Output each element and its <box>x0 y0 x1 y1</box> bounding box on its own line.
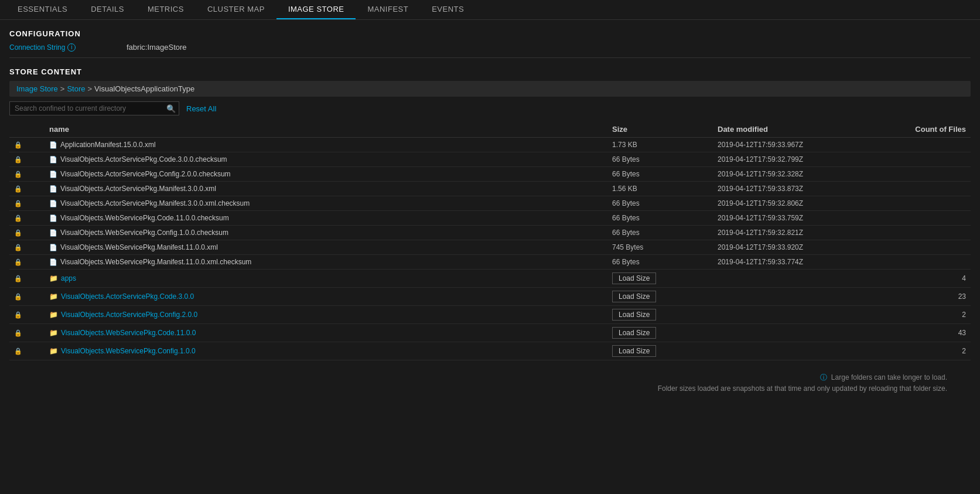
lock-icon: 🔒 <box>14 293 22 300</box>
configuration-title: CONFIGURATION <box>9 29 971 38</box>
name-cell: 📁 VisualObjects.WebServicePkg.Config.1.0… <box>45 342 607 360</box>
lock-cell: 🔒 <box>9 138 45 152</box>
name-cell: 📁 VisualObjects.WebServicePkg.Code.11.0.… <box>45 324 607 342</box>
table-row: 🔒 📄 VisualObjects.WebServicePkg.Code.11.… <box>9 211 971 226</box>
table-row: 🔒 📄 VisualObjects.WebServicePkg.Manifest… <box>9 255 971 270</box>
date-cell: 2019-04-12T17:59:33.873Z <box>713 182 877 196</box>
name-cell: 📄 VisualObjects.ActorServicePkg.Config.2… <box>45 167 607 182</box>
lock-icon: 🔒 <box>14 311 22 318</box>
file-icon: 📄 <box>49 156 57 163</box>
size-cell: 66 Bytes <box>607 226 713 240</box>
info-icon[interactable]: i <box>67 43 76 52</box>
reset-all-button[interactable]: Reset All <box>186 104 216 113</box>
col-header-count: Count of Files <box>877 121 971 138</box>
load-size-button[interactable]: Load Size <box>612 272 656 284</box>
table-row: 🔒 📄 VisualObjects.ActorServicePkg.Config… <box>9 167 971 182</box>
count-cell: 43 <box>877 324 971 342</box>
size-cell: 66 Bytes <box>607 167 713 182</box>
nav-manifest[interactable]: MANIFEST <box>356 0 420 19</box>
nav-essentials[interactable]: ESSENTIALS <box>6 0 79 19</box>
breadcrumb: Image Store > Store > VisualObjectsAppli… <box>9 81 971 97</box>
footer-note-line1: Large folders can take longer to load. <box>831 373 947 381</box>
lock-cell: 🔒 <box>9 196 45 211</box>
file-name: VisualObjects.WebServicePkg.Code.11.0.0.… <box>60 214 229 222</box>
nav-details[interactable]: DETAILS <box>79 0 136 19</box>
lock-cell: 🔒 <box>9 288 45 306</box>
size-cell: Load Size <box>607 306 713 324</box>
count-cell <box>877 211 971 226</box>
lock-cell: 🔒 <box>9 324 45 342</box>
date-cell: 2019-04-12T17:59:33.759Z <box>713 211 877 226</box>
table-row: 🔒 📄 VisualObjects.WebServicePkg.Manifest… <box>9 240 971 255</box>
name-cell: 📄 VisualObjects.ActorServicePkg.Code.3.0… <box>45 152 607 167</box>
lock-icon: 🔒 <box>14 347 22 355</box>
col-header-date: Date modified <box>713 121 877 138</box>
lock-icon: 🔒 <box>14 244 22 251</box>
table-row: 🔒 📄 VisualObjects.ActorServicePkg.Manife… <box>9 182 971 196</box>
count-cell <box>877 240 971 255</box>
store-content-title: STORE CONTENT <box>9 67 971 76</box>
load-size-button[interactable]: Load Size <box>612 291 656 302</box>
date-cell: 2019-04-12T17:59:32.799Z <box>713 152 877 167</box>
table-row: 🔒 📁 VisualObjects.ActorServicePkg.Config… <box>9 306 971 324</box>
count-cell: 23 <box>877 288 971 306</box>
count-cell: 4 <box>877 270 971 288</box>
lock-icon: 🔒 <box>14 156 22 163</box>
load-size-button[interactable]: Load Size <box>612 327 656 339</box>
main-content: CONFIGURATION Connection String i fabric… <box>0 20 980 404</box>
nav-events[interactable]: EVENTS <box>420 0 476 19</box>
table-row: 🔒 📄 VisualObjects.ActorServicePkg.Manife… <box>9 196 971 211</box>
date-cell: 2019-04-12T17:59:32.821Z <box>713 226 877 240</box>
configuration-row: Connection String i fabric:ImageStore <box>9 43 971 58</box>
file-icon: 📄 <box>49 244 57 251</box>
folder-name[interactable]: VisualObjects.WebServicePkg.Config.1.0.0 <box>61 347 196 355</box>
file-name: VisualObjects.WebServicePkg.Manifest.11.… <box>60 258 251 266</box>
folder-name[interactable]: apps <box>61 274 76 282</box>
name-cell: 📄 VisualObjects.WebServicePkg.Manifest.1… <box>45 255 607 270</box>
count-cell <box>877 182 971 196</box>
col-header-lock <box>9 121 45 138</box>
connection-string-label: Connection String i <box>9 43 127 52</box>
folder-icon: 📁 <box>49 347 58 355</box>
size-cell: 1.56 KB <box>607 182 713 196</box>
date-cell: 2019-04-12T17:59:32.328Z <box>713 167 877 182</box>
lock-cell: 🔒 <box>9 152 45 167</box>
nav-image-store[interactable]: IMAGE STORE <box>276 0 356 19</box>
footer-note: ⓘ Large folders can take longer to load.… <box>9 372 971 394</box>
name-cell: 📄 VisualObjects.WebServicePkg.Code.11.0.… <box>45 211 607 226</box>
lock-icon: 🔒 <box>14 329 22 336</box>
table-row: 🔒 📁 apps Load Size 4 <box>9 270 971 288</box>
count-cell <box>877 226 971 240</box>
connection-string-text: Connection String <box>9 43 65 52</box>
nav-cluster-map[interactable]: CLUSTER MAP <box>196 0 276 19</box>
lock-cell: 🔒 <box>9 226 45 240</box>
file-name: VisualObjects.ActorServicePkg.Manifest.3… <box>60 185 216 193</box>
date-cell: 2019-04-12T17:59:33.774Z <box>713 255 877 270</box>
table-row: 🔒 📄 VisualObjects.WebServicePkg.Config.1… <box>9 226 971 240</box>
top-navigation: ESSENTIALS DETAILS METRICS CLUSTER MAP I… <box>0 0 980 20</box>
breadcrumb-image-store[interactable]: Image Store <box>16 84 58 93</box>
folder-name[interactable]: VisualObjects.WebServicePkg.Code.11.0.0 <box>61 329 196 337</box>
file-name: VisualObjects.ActorServicePkg.Manifest.3… <box>60 199 250 207</box>
folder-name[interactable]: VisualObjects.ActorServicePkg.Code.3.0.0 <box>61 292 194 301</box>
lock-icon: 🔒 <box>14 229 22 236</box>
file-name: VisualObjects.WebServicePkg.Config.1.0.0… <box>60 229 228 237</box>
file-icon: 📄 <box>49 141 57 149</box>
breadcrumb-current: VisualObjectsApplicationType <box>94 84 194 93</box>
folder-icon: 📁 <box>49 311 58 319</box>
name-cell: 📄 VisualObjects.ActorServicePkg.Manifest… <box>45 182 607 196</box>
nav-metrics[interactable]: METRICS <box>136 0 196 19</box>
lock-icon: 🔒 <box>14 214 22 222</box>
folder-name[interactable]: VisualObjects.ActorServicePkg.Config.2.0… <box>61 311 197 319</box>
load-size-button[interactable]: Load Size <box>612 309 656 321</box>
lock-icon: 🔒 <box>14 200 22 207</box>
lock-icon: 🔒 <box>14 171 22 178</box>
count-cell <box>877 167 971 182</box>
search-input[interactable] <box>9 101 179 115</box>
load-size-button[interactable]: Load Size <box>612 345 656 357</box>
count-cell: 2 <box>877 342 971 360</box>
breadcrumb-store[interactable]: Store <box>67 84 85 93</box>
search-icon: 🔍 <box>166 104 176 113</box>
date-cell <box>713 270 877 288</box>
count-cell: 2 <box>877 306 971 324</box>
